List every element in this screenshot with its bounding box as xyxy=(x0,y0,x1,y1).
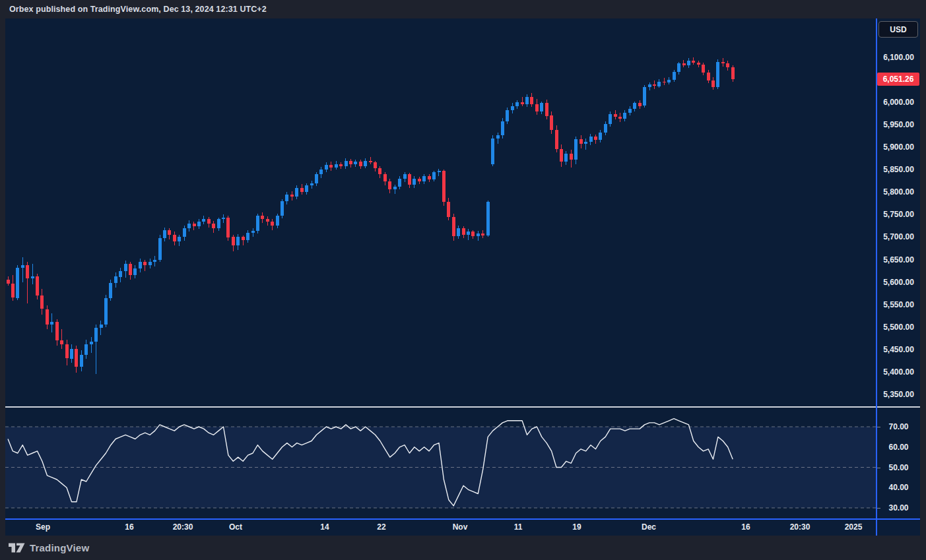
candle-body xyxy=(682,63,686,65)
candle-body xyxy=(31,276,34,278)
candle-body xyxy=(129,264,132,275)
candle-body xyxy=(212,224,215,228)
candle-body xyxy=(545,103,548,115)
time-axis-label: 22 xyxy=(377,522,385,532)
price-axis-label: 5,900.00 xyxy=(877,142,920,152)
candle-body xyxy=(653,84,656,86)
candle-body xyxy=(403,174,407,179)
candle-body xyxy=(594,137,597,140)
candle-body xyxy=(183,228,186,237)
tradingview-brand: TradingView xyxy=(30,542,89,553)
candle-body xyxy=(163,230,166,238)
candle-body xyxy=(623,113,626,118)
price-axis-label: 5,600.00 xyxy=(877,277,920,288)
candle-body xyxy=(207,219,211,224)
rsi-level-tick xyxy=(877,427,880,427)
tradingview-link[interactable]: TradingView xyxy=(9,542,89,553)
candle-body xyxy=(442,171,446,202)
price-axis-label: 5,350.00 xyxy=(877,389,920,400)
candle-body xyxy=(428,176,431,180)
time-axis[interactable]: Sep1620:30Oct1422Nov1119Dec1620:302025 xyxy=(5,520,876,536)
candle-body xyxy=(574,139,578,160)
time-axis-label: 16 xyxy=(741,522,750,532)
candle-body xyxy=(335,164,338,168)
candle-body xyxy=(80,355,83,367)
price-axis-label: 5,450.00 xyxy=(877,344,920,355)
candle-body xyxy=(236,237,240,245)
candle-body xyxy=(84,344,88,355)
attribution-bar: Orbex published on TradingView.com, Dec … xyxy=(0,0,926,18)
time-axis-label: 11 xyxy=(514,522,523,532)
candle-body xyxy=(70,349,73,359)
candle-body xyxy=(702,65,705,73)
price-axis-label: 5,650.00 xyxy=(877,255,920,265)
candle-body xyxy=(149,262,152,265)
candle-body xyxy=(109,283,112,298)
candle-body xyxy=(462,228,465,235)
candle-body xyxy=(119,271,122,277)
candle-body xyxy=(21,265,24,268)
candle-body xyxy=(345,161,348,166)
candle-body xyxy=(731,67,735,79)
candle-body xyxy=(153,260,156,262)
candle-body xyxy=(481,233,484,235)
price-axis-label: 6,000.00 xyxy=(877,97,920,108)
candle-body xyxy=(618,117,622,119)
candle-body xyxy=(232,237,235,245)
candle-body xyxy=(143,262,147,265)
candle-body xyxy=(721,62,725,64)
candle-body xyxy=(477,233,480,236)
candle-body xyxy=(570,154,573,160)
candle-body xyxy=(90,342,93,344)
candle-body xyxy=(521,102,524,104)
price-axis-label: 5,700.00 xyxy=(877,232,920,242)
candle-body xyxy=(579,139,583,144)
candle-body xyxy=(65,344,69,359)
candle-body xyxy=(418,179,421,181)
candle-body xyxy=(535,104,539,111)
candle-body xyxy=(50,322,53,325)
time-axis-label: 2025 xyxy=(845,522,863,532)
tradingview-snapshot: Orbex published on TradingView.com, Dec … xyxy=(0,0,926,560)
candle-body xyxy=(26,265,29,278)
candlestick-chart[interactable] xyxy=(5,18,876,407)
candle-body xyxy=(609,114,612,124)
candle-body xyxy=(242,237,245,239)
rsi-level-tick xyxy=(877,508,880,509)
candle-body xyxy=(515,102,519,106)
candle-body xyxy=(256,216,259,231)
candle-body xyxy=(432,172,436,179)
price-axis-label: 5,550.00 xyxy=(877,299,920,310)
candle-body xyxy=(295,188,298,197)
candle-body xyxy=(133,268,137,275)
candle-body xyxy=(408,174,411,185)
candle-body xyxy=(388,181,391,189)
candle-body xyxy=(663,82,666,82)
candle-body xyxy=(564,154,568,162)
price-axis-label: 6,100.00 xyxy=(877,52,920,63)
candle-body xyxy=(471,232,475,236)
candle-body xyxy=(168,230,171,235)
rsi-pane[interactable] xyxy=(5,407,876,518)
price-axis[interactable]: USD 6,051.26 6,100.006,000.005,950.005,9… xyxy=(877,18,920,536)
candle-body xyxy=(266,219,269,222)
time-axis-label: Sep xyxy=(36,522,50,532)
currency-button[interactable]: USD xyxy=(878,21,918,38)
candle-body xyxy=(290,195,294,197)
candle-body xyxy=(398,179,401,187)
candle-body xyxy=(300,188,304,193)
candle-body xyxy=(687,61,690,65)
candle-body xyxy=(55,322,59,341)
candle-body xyxy=(643,87,646,106)
candle-body xyxy=(60,340,63,344)
time-axis-label: 20:30 xyxy=(790,522,810,532)
last-price-label: 6,051.26 xyxy=(877,73,919,86)
candle-body xyxy=(36,276,39,296)
candle-body xyxy=(378,168,381,175)
candle-body xyxy=(452,217,455,236)
candle-body xyxy=(383,174,387,181)
candle-body xyxy=(187,224,191,228)
candle-body xyxy=(599,133,602,140)
rsi-axis-label: 70.00 xyxy=(877,421,920,432)
time-axis-label: Dec xyxy=(642,522,656,532)
